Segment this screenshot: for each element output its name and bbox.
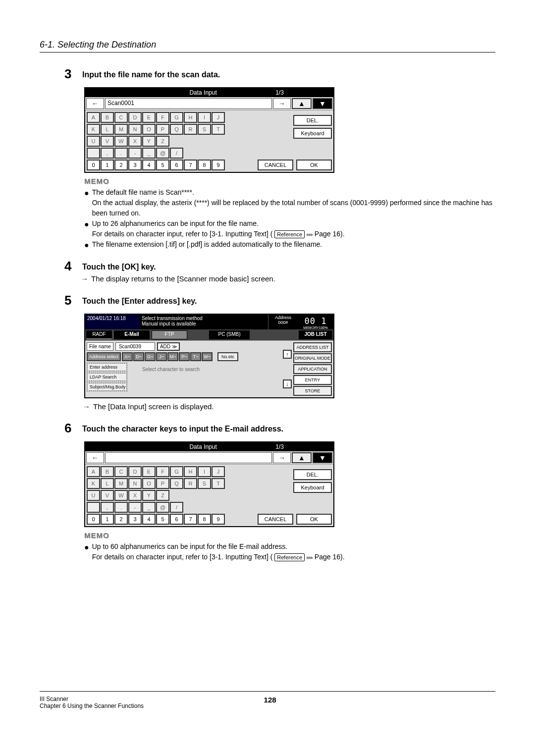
key-Q[interactable]: Q bbox=[170, 478, 183, 489]
prev-button[interactable]: ← bbox=[86, 98, 104, 109]
key-8[interactable]: 8 bbox=[198, 160, 211, 170]
key-T[interactable]: T bbox=[212, 478, 225, 489]
key--[interactable]: - bbox=[128, 502, 142, 513]
key-X[interactable]: X bbox=[128, 490, 142, 501]
key-N[interactable]: N bbox=[128, 124, 142, 135]
prev-button[interactable]: ← bbox=[86, 452, 104, 463]
caps-icon[interactable]: ▼ bbox=[313, 452, 332, 463]
key-L[interactable]: L bbox=[101, 124, 114, 135]
key-V[interactable]: V bbox=[101, 490, 114, 501]
key-space[interactable] bbox=[87, 502, 100, 513]
key-C[interactable]: C bbox=[114, 466, 128, 477]
key-F[interactable]: F bbox=[156, 112, 169, 123]
key-C[interactable]: C bbox=[114, 112, 128, 123]
letter-filter-button[interactable]: G~ bbox=[145, 352, 156, 361]
next-button[interactable]: → bbox=[273, 452, 291, 463]
key-A[interactable]: A bbox=[87, 466, 100, 477]
key-E[interactable]: E bbox=[142, 112, 156, 123]
key-M[interactable]: M bbox=[114, 478, 128, 489]
key-Y[interactable]: Y bbox=[142, 490, 156, 501]
ldap-search-button[interactable]: LDAP Search bbox=[87, 373, 127, 381]
key-H[interactable]: H bbox=[184, 466, 197, 477]
store-button[interactable]: STORE bbox=[293, 386, 332, 396]
key-2[interactable]: 2 bbox=[114, 160, 128, 170]
key-N[interactable]: N bbox=[128, 478, 142, 489]
key-P[interactable]: P bbox=[156, 478, 169, 489]
key-R[interactable]: R bbox=[184, 124, 197, 135]
key-D[interactable]: D bbox=[128, 112, 142, 123]
keyboard-button[interactable]: Keyboard bbox=[293, 482, 332, 493]
key-S[interactable]: S bbox=[198, 478, 211, 489]
cancel-button[interactable]: CANCEL bbox=[258, 160, 293, 170]
key-O[interactable]: O bbox=[142, 478, 156, 489]
key-,[interactable]: , bbox=[101, 502, 114, 513]
key-1[interactable]: 1 bbox=[101, 160, 114, 170]
key-0[interactable]: 0 bbox=[87, 160, 100, 170]
key-M[interactable]: M bbox=[114, 124, 128, 135]
key-J[interactable]: J bbox=[212, 466, 225, 477]
next-button[interactable]: → bbox=[273, 98, 291, 109]
pcsmb-tab[interactable]: PC (SMB) bbox=[209, 330, 250, 339]
cancel-button[interactable]: CANCEL bbox=[258, 514, 293, 525]
key-O[interactable]: O bbox=[142, 124, 156, 135]
address-list-button[interactable]: ADDRESS LIST bbox=[293, 342, 332, 352]
del-button[interactable]: DEL. bbox=[293, 115, 332, 126]
letter-filter-button[interactable]: W~ bbox=[202, 352, 213, 361]
key-H[interactable]: H bbox=[184, 112, 197, 123]
key-G[interactable]: G bbox=[170, 112, 183, 123]
home-icon[interactable]: ▲ bbox=[292, 98, 312, 109]
key-K[interactable]: K bbox=[87, 478, 100, 489]
key-8[interactable]: 8 bbox=[198, 514, 211, 525]
key-@[interactable]: @ bbox=[156, 502, 169, 513]
key-Q[interactable]: Q bbox=[170, 124, 183, 135]
key-9[interactable]: 9 bbox=[212, 514, 225, 525]
key-K[interactable]: K bbox=[87, 124, 100, 135]
joblist-button[interactable]: JOB LIST bbox=[299, 330, 332, 339]
key-R[interactable]: R bbox=[184, 478, 197, 489]
key-.[interactable]: . bbox=[114, 148, 128, 159]
key-2[interactable]: 2 bbox=[114, 514, 128, 525]
letter-filter-button[interactable]: J~ bbox=[156, 352, 167, 361]
ok-button[interactable]: OK bbox=[296, 514, 332, 525]
key-4[interactable]: 4 bbox=[142, 160, 156, 170]
key--[interactable]: - bbox=[128, 148, 142, 159]
key-J[interactable]: J bbox=[212, 112, 225, 123]
key-/[interactable]: / bbox=[170, 148, 183, 159]
key-/[interactable]: / bbox=[170, 502, 183, 513]
key-5[interactable]: 5 bbox=[156, 160, 169, 170]
letter-filter-button[interactable]: M~ bbox=[167, 352, 178, 361]
scroll-up-icon[interactable]: ↑ bbox=[283, 350, 292, 359]
original-mode-button[interactable]: ORIGINAL MODE bbox=[293, 353, 332, 363]
key-A[interactable]: A bbox=[87, 112, 100, 123]
key-6[interactable]: 6 bbox=[170, 160, 183, 170]
key-9[interactable]: 9 bbox=[212, 160, 225, 170]
email-tab[interactable]: E-Mail bbox=[114, 330, 150, 339]
letter-filter-button[interactable]: T~ bbox=[190, 352, 201, 361]
letter-filter-button[interactable]: A~ bbox=[122, 352, 133, 361]
caps-icon[interactable]: ▼ bbox=[313, 98, 332, 109]
del-button[interactable]: DEL. bbox=[293, 469, 332, 480]
key-D[interactable]: D bbox=[128, 466, 142, 477]
key-T[interactable]: T bbox=[212, 124, 225, 135]
key-I[interactable]: I bbox=[198, 466, 211, 477]
key-,[interactable]: , bbox=[101, 148, 114, 159]
key-_[interactable]: _ bbox=[142, 502, 156, 513]
subject-button[interactable]: Subject/Msg.Body bbox=[87, 382, 127, 391]
key-0[interactable]: 0 bbox=[87, 514, 100, 525]
key-E[interactable]: E bbox=[142, 466, 156, 477]
key-.[interactable]: . bbox=[114, 502, 128, 513]
no-etc-button[interactable]: No.etc bbox=[217, 352, 238, 361]
add-button[interactable]: ADD ≫ bbox=[157, 342, 180, 351]
ok-button[interactable]: OK bbox=[296, 160, 332, 170]
key-X[interactable]: X bbox=[128, 136, 142, 147]
letter-filter-button[interactable]: P~ bbox=[179, 352, 190, 361]
key-B[interactable]: B bbox=[101, 466, 114, 477]
keyboard-button[interactable]: Keyboard bbox=[293, 128, 332, 139]
enter-address-button[interactable]: Enter address bbox=[87, 363, 127, 372]
key-V[interactable]: V bbox=[101, 136, 114, 147]
key-I[interactable]: I bbox=[198, 112, 211, 123]
key-6[interactable]: 6 bbox=[170, 514, 183, 525]
key-U[interactable]: U bbox=[87, 490, 100, 501]
key-U[interactable]: U bbox=[87, 136, 100, 147]
key-L[interactable]: L bbox=[101, 478, 114, 489]
